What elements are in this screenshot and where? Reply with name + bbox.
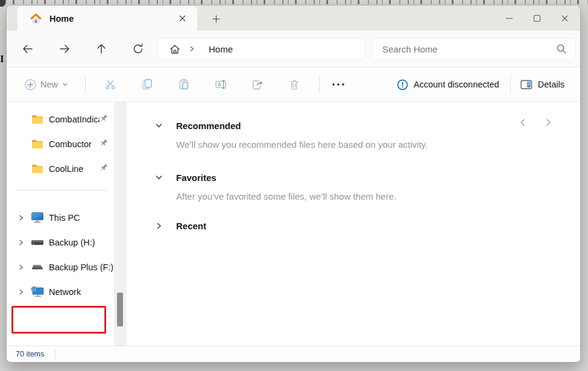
delete-button[interactable] <box>284 74 305 95</box>
arrow-left-icon <box>22 43 34 55</box>
search-input[interactable] <box>382 44 556 54</box>
toolbar-right-cluster: Account disconnected Details <box>391 73 569 96</box>
minimize-icon <box>504 13 515 24</box>
minimize-button[interactable] <box>495 5 523 31</box>
sidebar-item-this-pc[interactable]: This PC <box>7 205 114 230</box>
sidebar-item-backup-plus-f[interactable]: Backup Plus (F:) <box>7 255 114 279</box>
chevron-spacer <box>16 115 26 124</box>
copy-button[interactable] <box>137 74 157 95</box>
see-more-button[interactable] <box>328 74 349 95</box>
refresh-button[interactable] <box>126 37 150 61</box>
forward-button[interactable] <box>52 37 77 61</box>
sidebar-item-label: Backup (H:) <box>49 238 114 247</box>
details-button-label: Details <box>538 80 564 89</box>
search-icon[interactable] <box>556 43 567 54</box>
section-title: Recent <box>176 221 206 231</box>
pin-icon <box>100 114 108 125</box>
rename-icon <box>215 78 227 90</box>
section-recent[interactable]: Recent <box>154 218 580 233</box>
expand-chevron-icon[interactable] <box>16 213 26 223</box>
tab-close-button[interactable] <box>174 11 190 27</box>
chevron-spacer <box>16 164 26 174</box>
home-icon <box>30 13 42 24</box>
arrow-up-icon <box>95 43 107 55</box>
sidebar-item-label: Combuctor <box>49 139 100 149</box>
pin-icon <box>100 163 108 174</box>
explorer-body: CombatIndica Combuctor <box>7 102 580 346</box>
share-button[interactable] <box>247 74 268 95</box>
breadcrumb-segment-home[interactable]: Home <box>209 44 233 54</box>
drive-flat-icon <box>31 261 44 273</box>
navigation-pane: CombatIndica Combuctor <box>7 102 114 346</box>
breadcrumb: Home <box>157 38 365 60</box>
section-favorites[interactable]: Favorites <box>154 170 580 185</box>
computer-icon <box>31 212 44 224</box>
expand-chevron-icon[interactable] <box>16 287 26 297</box>
trash-icon <box>288 78 300 90</box>
sidebar-scrollbar-track[interactable] <box>114 102 127 346</box>
paste-button[interactable] <box>174 74 194 95</box>
item-count: 70 items <box>16 350 44 358</box>
drive-icon <box>31 236 44 249</box>
sidebar-item-combatindica[interactable]: CombatIndica <box>7 107 114 132</box>
account-status-label: Account disconnected <box>414 80 499 89</box>
warning-circle-icon <box>397 79 408 90</box>
tab-home[interactable]: Home <box>17 6 197 31</box>
command-bar: New <box>7 67 580 102</box>
close-icon <box>179 15 186 22</box>
new-tab-button[interactable] <box>206 8 226 29</box>
close-window-button[interactable] <box>551 5 578 31</box>
maximize-icon <box>531 13 543 24</box>
chevron-right-icon[interactable] <box>188 45 195 52</box>
toolbar-divider <box>319 75 320 94</box>
home-outline-icon[interactable] <box>169 43 181 55</box>
expand-chevron-icon[interactable] <box>16 262 26 272</box>
details-button[interactable]: Details <box>516 73 569 96</box>
status-bar: 70 items <box>7 346 580 362</box>
chevron-left-icon <box>518 118 528 127</box>
folder-icon <box>31 163 44 175</box>
sidebar-item-label: Network <box>49 287 114 297</box>
toolbar-divider <box>510 75 511 94</box>
folder-icon <box>31 138 44 150</box>
clipboard-icon <box>178 78 190 90</box>
maximize-button[interactable] <box>523 5 551 31</box>
carousel-prev-button[interactable] <box>516 115 530 130</box>
toolbar-divider <box>85 75 86 94</box>
search-box <box>371 38 575 60</box>
sidebar-item-label: CombatIndica <box>49 115 100 124</box>
pin-icon <box>100 139 108 150</box>
content-area: Recommended We’ll show you recommended f… <box>127 102 580 346</box>
expand-chevron-icon[interactable] <box>16 238 26 247</box>
sidebar-item-label: This PC <box>49 213 114 223</box>
details-pane-icon <box>520 80 533 90</box>
circle-plus-icon <box>25 79 36 90</box>
sidebar-item-label: CoolLine <box>49 164 100 174</box>
background-artifact-letter: I <box>0 53 5 65</box>
sidebar-item-coolline[interactable]: CoolLine <box>7 156 114 181</box>
back-button[interactable] <box>16 37 40 61</box>
chevron-right-icon <box>154 221 163 230</box>
plus-icon <box>212 14 221 24</box>
file-explorer-window: Home <box>6 5 581 363</box>
chevron-spacer <box>16 139 26 149</box>
account-disconnected-button[interactable]: Account disconnected <box>391 73 505 96</box>
section-favorites-description: After you’ve favorited some files, we’ll… <box>176 191 580 205</box>
sidebar-item-network[interactable]: Network <box>7 279 114 304</box>
sidebar-item-backup-h[interactable]: Backup (H:) <box>7 230 114 255</box>
sidebar-scrollbar-thumb[interactable] <box>117 293 123 326</box>
cut-button[interactable] <box>100 74 121 95</box>
navigation-bar: Home <box>7 31 580 67</box>
new-button[interactable]: New <box>21 73 72 96</box>
up-button[interactable] <box>89 37 113 61</box>
background-corner-artifact <box>0 0 5 7</box>
section-recommended-description: We’ll show you recommended files here ba… <box>176 139 580 153</box>
status-divider <box>55 350 55 359</box>
window-controls <box>495 5 578 31</box>
sidebar-item-combuctor[interactable]: Combuctor <box>7 132 114 156</box>
close-icon <box>559 13 571 24</box>
sidebar-item-label: Backup Plus (F:) <box>49 262 114 272</box>
chevron-down-icon <box>154 121 163 130</box>
carousel-next-button[interactable] <box>541 115 555 130</box>
rename-button[interactable] <box>210 74 231 95</box>
